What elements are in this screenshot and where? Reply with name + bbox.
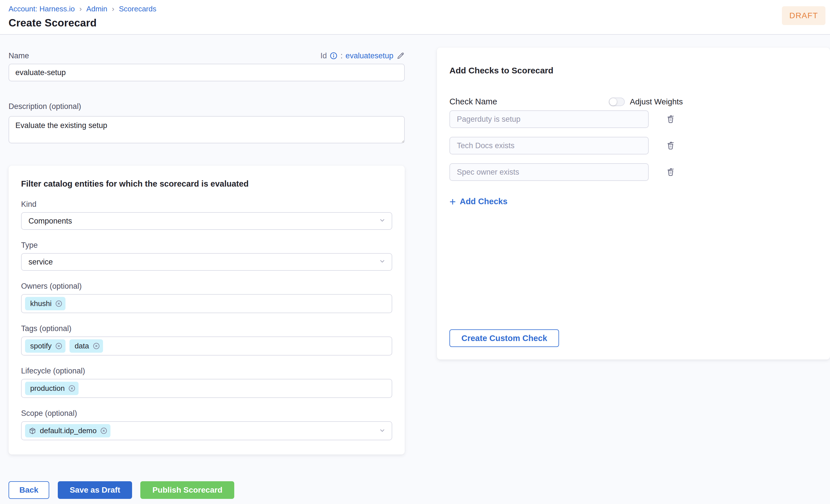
scope-chip: default.idp_demo (25, 424, 110, 437)
scorecard-details-section: Name Id : evaluatesetup Description (opt… (8, 51, 405, 499)
add-checks-label: Add Checks (460, 197, 508, 206)
trash-icon (666, 141, 675, 150)
kind-group: Kind Components (21, 200, 392, 230)
delete-check-button[interactable] (666, 167, 675, 177)
check-row (449, 110, 818, 128)
chip-label: khushi (30, 299, 52, 308)
trash-icon (666, 114, 675, 124)
check-name-column-label: Check Name (449, 97, 497, 106)
breadcrumb-separator: › (112, 5, 115, 13)
chip-label: spotify (30, 342, 52, 350)
lifecycle-group: Lifecycle (optional) production (21, 366, 392, 398)
trash-icon (666, 167, 675, 177)
info-icon[interactable] (330, 52, 338, 60)
owner-chip: khushi (25, 297, 65, 310)
toggle-knob (609, 98, 617, 105)
adjust-weights-label: Adjust Weights (630, 97, 683, 106)
tags-label: Tags (optional) (21, 324, 392, 333)
scope-label: Scope (optional) (21, 409, 392, 418)
type-group: Type service (21, 241, 392, 271)
breadcrumb-account-link[interactable]: Account: Harness.io (8, 5, 75, 13)
breadcrumb: Account: Harness.io › Admin › Scorecards (8, 5, 830, 13)
id-value[interactable]: evaluatesetup (346, 52, 393, 60)
plus-icon: + (449, 198, 456, 206)
edit-id-icon[interactable] (396, 52, 405, 60)
check-header-row: Check Name Adjust Weights (449, 97, 683, 106)
name-input[interactable] (8, 64, 405, 81)
filter-heading: Filter catalog entities for which the sc… (21, 179, 392, 189)
page-title: Create Scorecard (8, 17, 830, 29)
description-label: Description (optional) (8, 102, 405, 111)
id-display: Id : evaluatesetup (320, 52, 405, 60)
add-checks-card: Add Checks to Scorecard Check Name Adjus… (437, 47, 830, 360)
name-row: Name Id : evaluatesetup (8, 51, 405, 60)
breadcrumb-scorecards-link[interactable]: Scorecards (119, 5, 157, 13)
chip-label: default.idp_demo (40, 426, 96, 435)
id-colon: : (341, 52, 343, 60)
kind-select[interactable]: Components (21, 212, 392, 230)
scope-group: Scope (optional) default.idp_demo (21, 409, 392, 440)
check-name-input[interactable] (449, 163, 649, 181)
remove-chip-icon[interactable] (68, 384, 76, 392)
check-row (449, 137, 818, 155)
create-custom-check-button[interactable]: Create Custom Check (449, 329, 559, 347)
delete-check-button[interactable] (666, 114, 675, 124)
tag-chip: data (69, 339, 103, 353)
filter-card: Filter catalog entities for which the sc… (8, 166, 405, 455)
owners-label: Owners (optional) (21, 281, 392, 291)
lifecycle-chip: production (25, 382, 78, 395)
check-row (449, 163, 818, 181)
check-name-input[interactable] (449, 110, 649, 128)
lifecycle-field[interactable]: production (21, 379, 392, 398)
chevron-down-icon (379, 258, 386, 267)
check-name-input[interactable] (449, 137, 649, 155)
checks-heading: Add Checks to Scorecard (449, 65, 818, 76)
tags-field[interactable]: spotify data (21, 336, 392, 356)
owners-group: Owners (optional) khushi (21, 281, 392, 313)
delete-check-button[interactable] (666, 141, 675, 150)
status-badge: DRAFT (782, 6, 825, 25)
cube-icon (28, 427, 36, 435)
breadcrumb-separator: › (79, 5, 82, 13)
scope-field[interactable]: default.idp_demo (21, 421, 392, 440)
kind-value: Components (28, 217, 72, 226)
breadcrumb-admin-link[interactable]: Admin (86, 5, 107, 13)
page-header: Account: Harness.io › Admin › Scorecards… (0, 0, 830, 35)
adjust-weights-cluster: Adjust Weights (609, 97, 683, 106)
chip-label: production (30, 384, 65, 393)
type-value: service (28, 258, 53, 267)
chevron-down-icon (379, 216, 386, 226)
type-select[interactable]: service (21, 253, 392, 271)
remove-chip-icon[interactable] (93, 342, 100, 350)
main-content: Name Id : evaluatesetup Description (opt… (0, 35, 830, 499)
id-label: Id (320, 52, 327, 60)
chip-label: data (74, 342, 89, 350)
remove-chip-icon[interactable] (55, 342, 63, 350)
tags-group: Tags (optional) spotify data (21, 324, 392, 356)
tag-chip: spotify (25, 339, 65, 353)
save-as-draft-button[interactable]: Save as Draft (58, 481, 132, 499)
adjust-weights-toggle[interactable] (609, 98, 625, 106)
owners-field[interactable]: khushi (21, 294, 392, 313)
name-label: Name (8, 51, 29, 60)
remove-chip-icon[interactable] (100, 427, 107, 435)
form-actions: Back Save as Draft Publish Scorecard (8, 481, 405, 499)
chevron-down-icon (379, 427, 386, 435)
type-label: Type (21, 241, 392, 250)
remove-chip-icon[interactable] (55, 300, 63, 307)
lifecycle-label: Lifecycle (optional) (21, 366, 392, 375)
kind-label: Kind (21, 200, 392, 209)
add-checks-button[interactable]: + Add Checks (449, 197, 508, 206)
publish-scorecard-button[interactable]: Publish Scorecard (140, 481, 234, 499)
description-textarea[interactable]: Evaluate the existing setup (8, 116, 405, 143)
back-button[interactable]: Back (8, 481, 49, 499)
